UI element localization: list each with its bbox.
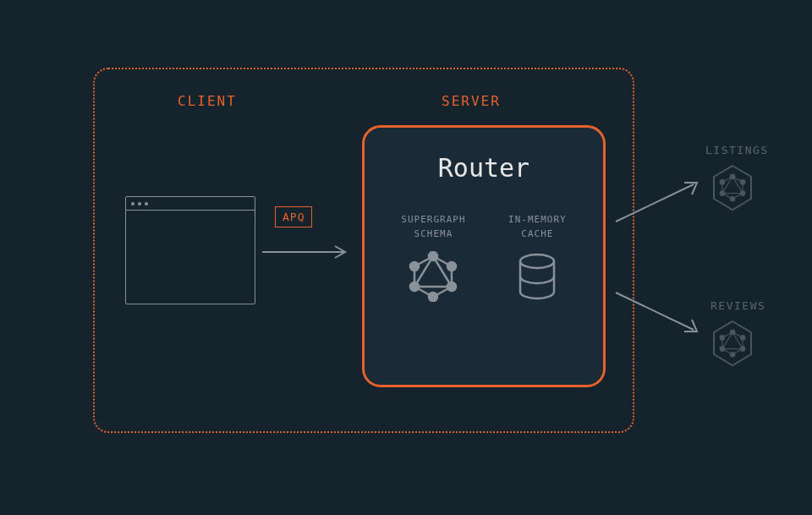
svg-point-16 (520, 255, 554, 268)
browser-dot-icon (138, 202, 141, 205)
svg-point-49 (720, 347, 725, 352)
svg-point-32 (730, 196, 735, 201)
cache-label: IN-MEMORY CACHE (508, 213, 567, 241)
supergraph-label: SUPERGRAPH SCHEMA (401, 213, 465, 241)
svg-point-45 (730, 330, 735, 335)
cache-item: IN-MEMORY CACHE (508, 213, 567, 305)
supergraph-line2: SCHEMA (414, 228, 453, 239)
arrow-to-listings (612, 176, 705, 227)
svg-point-11 (447, 262, 456, 271)
svg-point-30 (740, 180, 745, 185)
arrow-client-to-server (261, 244, 354, 260)
svg-point-34 (720, 180, 725, 185)
svg-point-29 (730, 174, 735, 179)
reviews-label: REVIEWS (710, 299, 765, 312)
server-items-row: SUPERGRAPH SCHEMA (365, 213, 603, 305)
svg-point-10 (429, 252, 437, 260)
browser-window-icon (125, 196, 255, 304)
server-label: SERVER (442, 93, 501, 109)
server-router-box: Router SUPERGRAPH SCHEMA (362, 125, 606, 387)
browser-dot-icon (145, 202, 148, 205)
client-label: CLIENT (178, 93, 237, 109)
svg-point-47 (740, 347, 745, 352)
router-title: Router (365, 153, 603, 183)
svg-point-12 (447, 282, 456, 291)
svg-point-31 (740, 191, 745, 196)
svg-point-15 (410, 262, 419, 271)
svg-line-18 (616, 293, 694, 330)
cache-line1: IN-MEMORY (508, 214, 567, 225)
reviews-graphql-icon (709, 318, 756, 369)
browser-titlebar (126, 197, 255, 211)
supergraph-schema-item: SUPERGRAPH SCHEMA (401, 213, 465, 305)
svg-point-14 (410, 282, 419, 291)
arrow-to-reviews (612, 288, 705, 338)
apq-badge: APQ (275, 206, 312, 227)
svg-point-50 (720, 336, 725, 341)
cache-line2: CACHE (521, 228, 553, 239)
svg-point-46 (740, 336, 745, 341)
listings-graphql-icon (709, 162, 756, 213)
svg-marker-35 (714, 321, 751, 365)
supergraph-line1: SUPERGRAPH (401, 214, 465, 225)
svg-point-33 (720, 191, 725, 196)
listings-label: LISTINGS (705, 144, 769, 156)
browser-dot-icon (131, 202, 134, 205)
svg-marker-19 (714, 166, 751, 210)
svg-line-17 (616, 184, 694, 222)
graphql-icon (408, 251, 458, 302)
svg-point-48 (730, 352, 735, 357)
database-icon (513, 251, 561, 302)
svg-point-13 (429, 293, 437, 301)
